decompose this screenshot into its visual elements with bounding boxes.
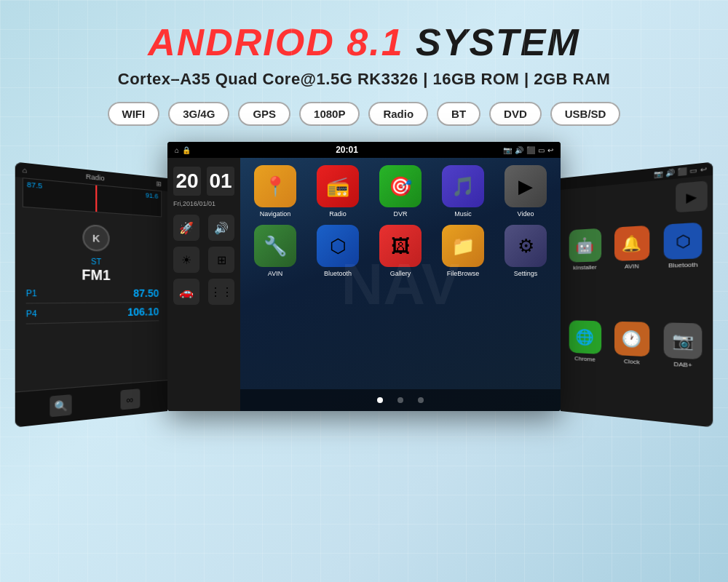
gallery-label: Gallery [390,270,411,277]
app-dvr[interactable]: 🎯DVR [373,165,428,218]
right-bluetooth-label: Bluetooth [668,261,697,269]
android-statusbar: ⌂ 🔒 20:01 📷 🔊 ⬛ ▭ ↩ [167,142,561,158]
search-icon[interactable]: 🔍 [50,394,71,417]
settings-label: Settings [514,270,538,277]
r-screen-icon: ⬛ [677,167,687,176]
radio-body: K ST FM1 P1 87.50 P4 106.10 [15,207,167,391]
preset-row-2: P4 106.10 [26,303,159,324]
gallery-icon: 🖼 [379,225,422,267]
right-app-clock[interactable]: 🕐Clock [610,322,654,415]
battery-status-icon: ▭ [538,146,545,154]
brightness-icon[interactable]: ☀ [173,247,199,273]
radio-icons: ⊞ [156,180,162,188]
clock-hour: 20 [173,167,201,196]
app-video[interactable]: ▶Video [498,165,553,218]
right-screen: 📷 🔊 ⬛ ▭ ↩ ▶ 🤖kInstaller🔔AVIN⬡Bluetooth🌐C… [561,162,713,428]
right-app-bluetooth[interactable]: ⬡Bluetooth [660,222,708,319]
feature-tag-wifi: WIFI [108,102,160,126]
rocket-icon[interactable]: 🚀 [173,215,199,241]
radio-header-title: Radio [86,172,105,182]
music-label: Music [454,210,472,218]
avin-label: AVIN [268,270,282,277]
app-navigation[interactable]: 📍Navigation [248,165,303,218]
right-bluetooth-icon: ⬡ [664,223,703,260]
infinity-icon[interactable]: ∞ [120,388,140,410]
clock-display: 20 01 [173,167,234,196]
music-icon: 🎵 [442,165,484,207]
app-bluetooth[interactable]: ⬡Bluetooth [310,225,365,277]
preset-row-1: P1 87.50 [26,283,159,303]
feature-tags: WIFI3G/4GGPS1080PRadioBTDVDUSB/SD [0,102,728,126]
sidebar-row-2: ☀ ⊞ [173,247,234,273]
title-android: ANDRIOD 8.1 [148,21,403,63]
freq-left: 87.5 [27,180,42,190]
right-app-chrome[interactable]: 🌐Chrome [565,320,606,410]
center-screen: ⌂ 🔒 20:01 📷 🔊 ⬛ ▭ ↩ 20 01 Fri,2016/01/01… [167,142,561,411]
android-sidebar: 20 01 Fri,2016/01/01 🚀 🔊 ☀ ⊞ 🚗 ⋮⋮ [167,158,240,411]
bluetooth-icon: ⬡ [317,225,359,267]
feature-tag-bt: BT [437,102,480,126]
navigation-label: Navigation [260,210,291,218]
right-app-avin[interactable]: 🔔AVIN [610,225,654,317]
preset1-label: P1 [26,289,37,298]
back-status-icon: ↩ [547,146,553,154]
right-kinstaller-icon: 🤖 [569,228,601,263]
car-icon[interactable]: 🚗 [173,279,199,305]
nav-dot-2[interactable] [397,397,403,403]
right-app-grid: 🤖kInstaller🔔AVIN⬡Bluetooth🌐Chrome🕐Clock📷… [561,215,713,428]
speaker-icon[interactable]: 🔊 [208,215,234,241]
freq-right: 91.6 [146,191,158,200]
right-clock-icon: 🕐 [614,322,649,357]
r-back-icon: ↩ [700,165,708,174]
dvr-icon: 🎯 [379,165,422,207]
app-radio[interactable]: 📻Radio [310,165,365,218]
home-icon: ⌂ [23,166,28,175]
preset2-label: P4 [26,309,37,319]
app-filebrowse[interactable]: 📁FileBrowse [435,225,491,277]
apps-icon[interactable]: ⋮⋮ [208,279,234,305]
main-title: ANDRIOD 8.1 SYSTEM [0,20,728,64]
right-dab+-icon: 📷 [664,322,703,359]
feature-tag-gps: GPS [238,102,290,126]
radio-label: Radio [329,210,347,218]
radio-icon: 📻 [317,165,359,207]
preset2-value: 106.10 [127,306,159,318]
sidebar-row-3: 🚗 ⋮⋮ [173,279,234,305]
grid-icon[interactable]: ⊞ [208,247,234,273]
r-vol-icon: 🔊 [665,168,675,177]
vol-status-icon: 🔊 [515,146,523,154]
k-button[interactable]: K [82,224,109,252]
right-app-dab+[interactable]: 📷DAB+ [660,322,708,420]
app-gallery[interactable]: 🖼Gallery [373,225,428,277]
feature-tag-radio: Radio [368,102,428,126]
video-label: Video [518,210,534,218]
subtitle: Cortex–A35 Quad Core@1.5G RK3326 | 16GB … [0,70,728,89]
feature-tag-usb/sd: USB/SD [550,102,621,126]
video-icon: ▶ [505,165,547,207]
date-display: Fri,2016/01/01 [173,200,234,207]
station-display: FM1 [26,266,159,284]
title-system: SYSTEM [404,21,580,63]
header: ANDRIOD 8.1 SYSTEM Cortex–A35 Quad Core@… [0,0,728,126]
nav-dot-3[interactable] [418,397,424,403]
settings-icon: ⚙ [505,225,547,267]
nav-dot-1[interactable] [377,397,383,403]
bottom-nav [240,389,561,411]
play-button[interactable]: ▶ [676,180,708,212]
right-avin-icon: 🔔 [614,226,649,261]
app-avin[interactable]: 🔧AVIN [248,225,303,277]
right-dab+-label: DAB+ [673,361,692,369]
right-chrome-icon: 🌐 [569,320,601,354]
preset1-value: 87.50 [133,287,159,300]
right-app-kinstaller[interactable]: 🤖kInstaller [565,228,606,316]
right-clock-label: Clock [624,358,640,366]
cam-status-icon: 📷 [503,146,512,154]
home-status-icon: ⌂ [175,146,179,154]
screen-status-icon: ⬛ [526,146,535,154]
app-music[interactable]: 🎵Music [435,165,491,218]
app-settings[interactable]: ⚙Settings [498,225,553,277]
sidebar-row-1: 🚀 🔊 [173,215,234,241]
r-bat-icon: ▭ [689,166,697,175]
filebrowse-icon: 📁 [442,225,484,267]
dvr-label: DVR [393,210,407,218]
